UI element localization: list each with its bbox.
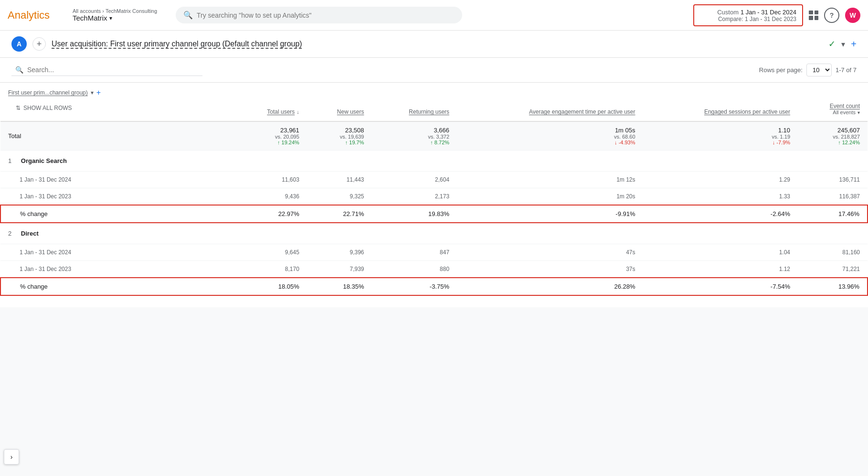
avatar[interactable]: W xyxy=(845,8,860,23)
total-users-value: 23,961 xyxy=(242,127,299,134)
add-metric-button[interactable]: + xyxy=(851,39,857,50)
direct-date2-new-users: 7,939 xyxy=(307,261,372,278)
organic-date1-events: 136,711 xyxy=(798,172,868,188)
events-filter[interactable]: All events xyxy=(833,109,856,115)
total-users-change: ↑ 19.24% xyxy=(242,140,299,145)
pagination-info: 1-7 of 7 xyxy=(836,66,857,74)
date-range-selector[interactable]: Custom 1 Jan - 31 Dec 2024 Compare: 1 Ja… xyxy=(693,4,803,26)
organic-date1-row: 1 Jan - 31 Dec 2024 11,603 11,443 2,604 … xyxy=(0,172,868,188)
total-events-compare: vs. 218,827 xyxy=(805,134,860,140)
date-main: 1 Jan - 31 Dec 2024 xyxy=(741,9,796,16)
organic-date2-new-users: 9,325 xyxy=(307,188,372,206)
direct-date2-engagement: 37s xyxy=(457,261,643,278)
organic-pct-new-users: 22.71% xyxy=(307,205,372,223)
table-toolbar: 🔍 Rows per page: 10 25 50 1-7 of 7 xyxy=(0,58,868,83)
organic-date2-label: 1 Jan - 31 Dec 2023 xyxy=(0,188,234,206)
channel-num-1: 1 xyxy=(8,157,11,164)
total-label: Total xyxy=(8,132,21,140)
channel-name-2: Direct xyxy=(21,230,39,237)
direct-date1-returning: 847 xyxy=(372,244,457,261)
rows-per-page-label: Rows per page: xyxy=(759,66,803,74)
direct-pct-total-users: 18.05% xyxy=(234,278,307,295)
table-search-input[interactable] xyxy=(27,66,111,74)
compare-label: Compare: xyxy=(718,16,743,22)
direct-date1-events: 81,160 xyxy=(798,244,868,261)
table-search[interactable]: 🔍 xyxy=(11,64,202,76)
col-sessions-header[interactable]: Engaged sessions per active user xyxy=(704,108,790,115)
app-logo: Analytics xyxy=(8,9,65,22)
col-engagement-header[interactable]: Average engagement time per active user xyxy=(529,108,635,115)
compare-date: 1 Jan - 31 Dec 2023 xyxy=(745,16,796,22)
direct-date1-label: 1 Jan - 31 Dec 2024 xyxy=(0,244,234,261)
total-events-change: ↑ 12.24% xyxy=(805,140,860,145)
direct-pct-events: 13.96% xyxy=(798,278,868,295)
organic-date1-sessions: 1.29 xyxy=(643,172,798,188)
total-new-users-change: ↑ 19.7% xyxy=(315,140,364,145)
breadcrumb: All accounts › TechMatrix Consulting xyxy=(73,8,168,14)
account-info: All accounts › TechMatrix Consulting Tec… xyxy=(73,8,168,22)
dimension-dropdown-icon[interactable]: ▾ xyxy=(91,89,94,96)
organic-date1-new-users: 11,443 xyxy=(307,172,372,188)
events-dropdown-icon[interactable]: ▾ xyxy=(857,110,860,115)
channel-row-1: 1 Organic Search xyxy=(0,151,868,172)
rows-per-page-control: Rows per page: 10 25 50 1-7 of 7 xyxy=(759,64,857,76)
total-engagement-compare: vs. 68.60 xyxy=(465,134,635,140)
account-name[interactable]: TechMatrix ▾ xyxy=(73,14,168,22)
apps-icon[interactable] xyxy=(809,11,818,20)
organic-pct-events: 17.46% xyxy=(798,205,868,223)
search-input[interactable] xyxy=(197,11,455,19)
check-icon: ✓ xyxy=(828,39,836,49)
col-events-header[interactable]: Event count xyxy=(830,103,860,109)
help-icon[interactable]: ? xyxy=(824,8,839,23)
table-container: 🔍 Rows per page: 10 25 50 1-7 of 7 First… xyxy=(0,58,868,307)
organic-date1-returning: 2,604 xyxy=(372,172,457,188)
channel-name-1: Organic Search xyxy=(21,157,67,164)
direct-date1-total-users: 9,645 xyxy=(234,244,307,261)
direct-pct-returning: -3.75% xyxy=(372,278,457,295)
sort-icon: ↓ xyxy=(296,109,299,115)
organic-pct-total-users: 22.97% xyxy=(234,205,307,223)
organic-pct-sessions: -2.64% xyxy=(643,205,798,223)
organic-date1-label: 1 Jan - 31 Dec 2024 xyxy=(0,172,234,188)
organic-date1-engagement: 1m 12s xyxy=(457,172,643,188)
direct-date1-new-users: 9,396 xyxy=(307,244,372,261)
direct-pct-row: % change 18.05% 18.35% -3.75% 26.28% -7.… xyxy=(0,278,868,295)
expand-icon: ⇅ xyxy=(16,105,21,111)
col-total-users-header[interactable]: Total users xyxy=(267,108,295,115)
total-returning-change: ↑ 8.72% xyxy=(380,140,450,145)
direct-date2-events: 71,221 xyxy=(798,261,868,278)
col-dimension-header[interactable]: First user prim...channel group) xyxy=(8,89,88,96)
report-title: User acquisition: First user primary cha… xyxy=(52,40,823,48)
col-returning-users-header[interactable]: Returning users xyxy=(409,108,449,115)
header: Analytics All accounts › TechMatrix Cons… xyxy=(0,0,868,31)
total-engagement-change: ↓ -4.93% xyxy=(465,140,635,145)
global-search[interactable]: 🔍 xyxy=(176,7,462,23)
direct-date1-sessions: 1.04 xyxy=(643,244,798,261)
total-new-users-value: 23,508 xyxy=(315,127,364,134)
channel-num-2: 2 xyxy=(8,230,11,237)
organic-date2-sessions: 1.33 xyxy=(643,188,798,206)
add-dimension-icon[interactable]: + xyxy=(96,88,101,97)
total-sessions-compare: vs. 1.19 xyxy=(651,134,791,140)
total-row: Total 23,961 vs. 20,095 ↑ 19.24% 23,508 … xyxy=(0,121,868,151)
add-segment-button[interactable]: + xyxy=(32,37,46,51)
direct-date2-label: 1 Jan - 31 Dec 2023 xyxy=(0,261,234,278)
report-bar: A + User acquisition: First user primary… xyxy=(0,31,868,58)
search-icon: 🔍 xyxy=(183,11,193,20)
direct-date2-row: 1 Jan - 31 Dec 2023 8,170 7,939 880 37s … xyxy=(0,261,868,278)
col-new-users-header[interactable]: New users xyxy=(337,108,364,115)
rows-per-page-select[interactable]: 10 25 50 xyxy=(806,64,832,76)
total-new-users-compare: vs. 19,639 xyxy=(315,134,364,140)
direct-date1-row: 1 Jan - 31 Dec 2024 9,645 9,396 847 47s … xyxy=(0,244,868,261)
direct-pct-engagement: 26.28% xyxy=(457,278,643,295)
header-actions: Custom 1 Jan - 31 Dec 2024 Compare: 1 Ja… xyxy=(693,4,860,26)
show-all-rows-button[interactable]: ⇅ SHOW ALL ROWS xyxy=(8,101,80,115)
organic-pct-returning: 19.83% xyxy=(372,205,457,223)
direct-date2-returning: 880 xyxy=(372,261,457,278)
organic-date2-total-users: 9,436 xyxy=(234,188,307,206)
segment-indicator: A xyxy=(11,36,27,52)
report-dropdown-icon[interactable]: ▾ xyxy=(841,40,845,49)
direct-pct-label: % change xyxy=(20,283,48,290)
organic-date2-events: 116,387 xyxy=(798,188,868,206)
organic-date1-total-users: 11,603 xyxy=(234,172,307,188)
